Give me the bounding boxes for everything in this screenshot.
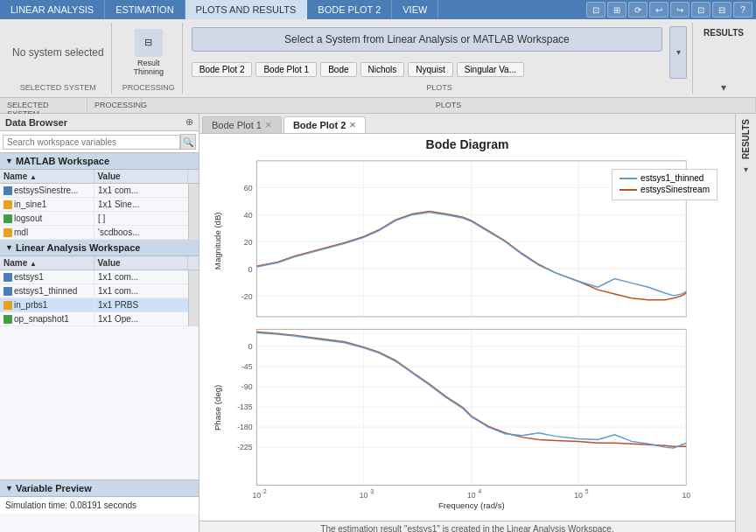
svg-text:-20: -20	[242, 292, 253, 301]
linear-ws-rows: estsys1 1x1 com... estsys1_thinned 1x1 c…	[0, 270, 188, 326]
matlab-ws-rows: estsysSinestre... 1x1 com... in_sine1 1x…	[0, 184, 188, 240]
plots-label: PLOTS	[192, 81, 687, 94]
toolbar-icon-5[interactable]: ↪	[670, 2, 690, 18]
selected-system-label: SELECTED SYSTEM	[20, 81, 96, 94]
matlab-ws-cell-value-3: 'scdboos...	[94, 226, 188, 239]
ribbon: No system selected SELECTED SYSTEM ⊟ Res…	[0, 19, 756, 98]
result-thinning-label: ResultThinning	[133, 59, 164, 76]
svg-text:3: 3	[370, 488, 374, 494]
svg-text:10: 10	[467, 491, 476, 500]
linear-ws-scrollbar[interactable]	[188, 270, 199, 326]
plots-section-label: PLOTS	[142, 98, 756, 113]
toolbar-icon-6[interactable]: ⊡	[691, 2, 710, 18]
svg-text:10: 10	[682, 491, 690, 500]
row-icon-0	[4, 186, 12, 195]
tab-bode-plot2[interactable]: Bode Plot 2 ✕	[284, 116, 367, 133]
svg-text:10: 10	[360, 491, 368, 500]
bode-plot2-tab-close[interactable]: ✕	[349, 121, 356, 130]
linear-ws-row-1[interactable]: estsys1_thinned 1x1 com...	[0, 284, 188, 298]
matlab-ws-row-2[interactable]: logsout [ ]	[0, 212, 188, 226]
no-system-text: No system selected	[12, 46, 104, 59]
toolbar-icon-3[interactable]: ⟳	[628, 2, 648, 18]
linear-row-icon-2	[4, 301, 12, 310]
bode-chart-svg[interactable]: 60 40 20 0 -20 Magnitude (dB)	[206, 157, 728, 510]
status-bar: The estimation result "estsys1" is creat…	[200, 521, 735, 532]
bode-diagram-title: Bode Diagram	[206, 137, 728, 151]
svg-text:Phase (deg): Phase (deg)	[213, 385, 222, 430]
results-dropdown-arrow[interactable]: ▾	[721, 81, 726, 94]
svg-text:10: 10	[252, 491, 261, 500]
bode-plot1-btn[interactable]: Bode Plot 1	[256, 62, 317, 77]
svg-text:0: 0	[248, 342, 253, 351]
svg-text:-135: -135	[237, 402, 253, 411]
menu-tab-bode-plot2[interactable]: BODE PLOT 2	[307, 0, 392, 19]
results-panel: RESULTS ▾	[735, 114, 756, 532]
tab-bode-plot1[interactable]: Bode Plot 1 ✕	[202, 116, 282, 133]
system-selector-button[interactable]: Select a System from Linear Analysis or …	[192, 27, 662, 52]
nyquist-btn[interactable]: Nyquist	[408, 62, 452, 77]
toolbar-icon-1[interactable]: ⊡	[586, 2, 606, 18]
data-browser-header: Data Browser ⊕	[0, 114, 199, 131]
singular-va-btn[interactable]: Singular Va...	[457, 62, 524, 77]
matlab-ws-row-0[interactable]: estsysSinestre... 1x1 com...	[0, 184, 188, 198]
matlab-workspace-header[interactable]: ▼ MATLAB Workspace	[0, 153, 199, 170]
menu-tab-plots-results[interactable]: PLOTS AND RESULTS	[186, 0, 308, 19]
matlab-ws-col-name[interactable]: Name ▲	[0, 170, 94, 183]
result-thinning-icon: ⊟	[135, 29, 163, 57]
matlab-ws-cell-value-0: 1x1 com...	[94, 184, 188, 197]
legend-label-0: estsys1_thinned	[640, 173, 704, 183]
matlab-ws-row-1[interactable]: in_sine1 1x1 Sine...	[0, 198, 188, 212]
svg-text:Magnitude (dB): Magnitude (dB)	[213, 212, 222, 270]
variable-preview-text: Simulation time: 0.08191 seconds	[5, 500, 136, 510]
bode-btn[interactable]: Bode	[320, 62, 356, 77]
menu-tab-linear-analysis[interactable]: LINEAR ANALYSIS	[0, 0, 105, 19]
legend-label-1: estsysSinestream	[640, 185, 710, 194]
matlab-ws-row-3[interactable]: mdl 'scdboos...	[0, 226, 188, 240]
left-panel: Data Browser ⊕ 🔍 ▼ MATLAB Workspace Name…	[0, 114, 200, 532]
results-panel-label: RESULTS	[741, 114, 751, 164]
linear-ws-header[interactable]: ▼ Linear Analysis Workspace	[0, 240, 199, 256]
selected-system-section-label: SELECTED SYSTEM	[0, 98, 88, 113]
matlab-ws-scrollbar[interactable]	[188, 184, 199, 240]
legend-item-1: estsysSinestream	[620, 185, 710, 194]
matlab-ws-label: MATLAB Workspace	[16, 156, 109, 166]
workspace-section: ▼ MATLAB Workspace Name ▲ Value estsysSi…	[0, 153, 199, 480]
search-input[interactable]	[3, 135, 180, 150]
nichols-btn[interactable]: Nichols	[360, 62, 405, 77]
linear-ws-cell-value-0: 1x1 com...	[94, 270, 188, 284]
result-thinning-btn[interactable]: ⊟ ResultThinning	[127, 23, 170, 81]
svg-text:Frequency  (rad/s): Frequency (rad/s)	[438, 500, 505, 510]
linear-ws-cell-name-0: estsys1	[0, 270, 94, 284]
menu-tab-estimation[interactable]: ESTIMATION	[105, 0, 185, 19]
linear-ws-cell-name-1: estsys1_thinned	[0, 284, 94, 298]
linear-ws-row-3[interactable]: op_snapshot1 1x1 Ope...	[0, 312, 188, 326]
matlab-ws-cell-name-1: in_sine1	[0, 198, 94, 211]
linear-ws-col-name[interactable]: Name ▲	[0, 256, 94, 270]
svg-text:-180: -180	[237, 423, 253, 431]
bode-plot2-btn[interactable]: Bode Plot 2	[192, 62, 253, 77]
result-thinning-button[interactable]: ⊟ ResultThinning	[127, 24, 170, 80]
plots-dropdown-arrow[interactable]: ▾	[669, 26, 687, 79]
legend-item-0: estsys1_thinned	[620, 173, 710, 183]
matlab-ws-cell-value-2: [ ]	[94, 212, 188, 225]
plots-controls: Select a System from Linear Analysis or …	[192, 23, 687, 81]
linear-ws-row-2[interactable]: in_prbs1 1x1 PRBS	[0, 298, 188, 312]
svg-text:2: 2	[263, 488, 267, 494]
search-icon-btn[interactable]: 🔍	[180, 134, 196, 150]
menu-tab-view[interactable]: VIEW	[392, 0, 438, 19]
legend-line-1	[620, 189, 637, 191]
selected-system-section: No system selected SELECTED SYSTEM	[5, 23, 112, 94]
svg-text:-45: -45	[242, 362, 253, 371]
toolbar-icon-7[interactable]: ⊟	[712, 2, 732, 18]
results-panel-arrow[interactable]: ▾	[744, 164, 748, 174]
toolbar-icon-2[interactable]: ⊞	[607, 2, 626, 18]
toolbar-icon-4[interactable]: ↩	[649, 2, 668, 18]
linear-ws-row-0[interactable]: estsys1 1x1 com...	[0, 270, 188, 284]
variable-preview-title: Variable Preview	[16, 483, 92, 494]
chart-legend: estsys1_thinned estsysSinestream	[612, 169, 718, 200]
toolbar-icon-8[interactable]: ?	[733, 2, 752, 18]
bode-plot1-tab-close[interactable]: ✕	[265, 121, 272, 130]
results-section: RESULTS ▾	[696, 23, 751, 94]
data-browser-options-icon[interactable]: ⊕	[186, 116, 193, 128]
matlab-ws-col-value: Value	[94, 170, 189, 183]
